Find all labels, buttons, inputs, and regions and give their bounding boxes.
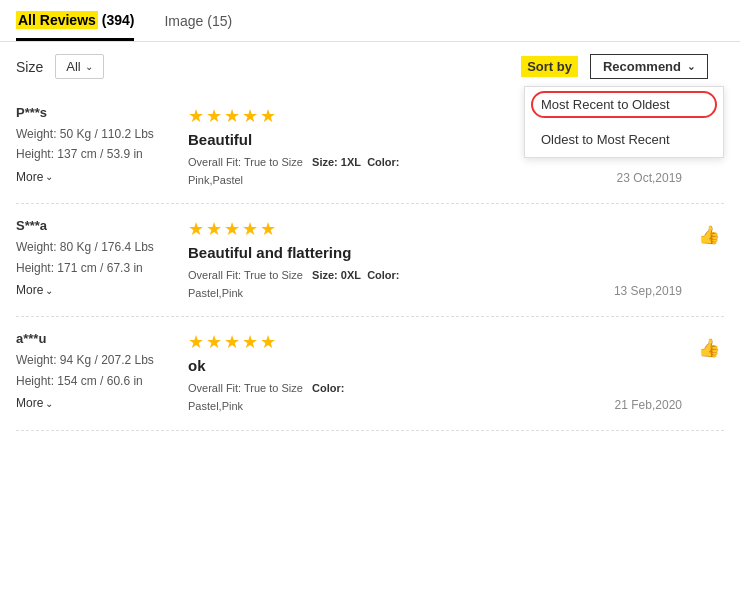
- sort-dropdown-button[interactable]: Recommend ⌄: [590, 54, 708, 79]
- reviewer-height: Height: 137 cm / 53.9 in: [16, 144, 176, 164]
- tabs-row: All Reviews (394) Image (15): [0, 0, 740, 42]
- review-date: 23 Oct,2019: [617, 171, 682, 189]
- reviewer-details: Weight: 50 Kg / 110.2 Lbs Height: 137 cm…: [16, 124, 176, 187]
- size-select[interactable]: All ⌄: [55, 54, 103, 79]
- star-icon: ★: [188, 218, 204, 240]
- sort-option-most-recent-label: Most Recent to Oldest: [541, 97, 670, 112]
- sort-option-oldest[interactable]: Oldest to Most Recent: [525, 122, 723, 157]
- star-icon: ★: [242, 218, 258, 240]
- chevron-down-icon: ⌄: [45, 395, 53, 412]
- review-size-label: Size: 0XL: [312, 269, 361, 281]
- filter-row: Size All ⌄ Sort by Recommend ⌄ Most Rece…: [0, 42, 740, 91]
- star-icon: ★: [206, 331, 222, 353]
- more-button[interactable]: More ⌄: [16, 280, 53, 300]
- more-button[interactable]: More ⌄: [16, 393, 53, 413]
- reviewer-height: Height: 154 cm / 60.6 in: [16, 371, 176, 391]
- more-button[interactable]: More ⌄: [16, 167, 53, 187]
- review-meta: Overall Fit: True to Size Size: 1XL Colo…: [188, 154, 605, 189]
- star-icon: ★: [224, 105, 240, 127]
- review-date: 21 Feb,2020: [615, 398, 682, 416]
- tab-image-reviews[interactable]: Image (15): [164, 13, 232, 41]
- size-value: All: [66, 59, 80, 74]
- more-label: More: [16, 167, 43, 187]
- reviewer-weight: Weight: 50 Kg / 110.2 Lbs: [16, 124, 176, 144]
- review-fit: Overall Fit: True to Size: [188, 382, 303, 394]
- review-color-label: Color:: [312, 382, 344, 394]
- review-fit: Overall Fit: True to Size: [188, 269, 303, 281]
- reviewer-info: P***s Weight: 50 Kg / 110.2 Lbs Height: …: [16, 105, 176, 189]
- reviewer-name: a***u: [16, 331, 176, 346]
- chevron-down-icon: ⌄: [85, 61, 93, 72]
- sort-dropdown-menu: Most Recent to Oldest Oldest to Most Rec…: [524, 86, 724, 158]
- review-color-value: Pink,Pastel: [188, 174, 243, 186]
- reviewer-name: S***a: [16, 218, 176, 233]
- star-icon: ★: [206, 218, 222, 240]
- review-fit: Overall Fit: True to Size: [188, 156, 303, 168]
- review-title: ok: [188, 357, 603, 374]
- reviewer-details: Weight: 94 Kg / 207.2 Lbs Height: 154 cm…: [16, 350, 176, 413]
- star-icon: ★: [188, 331, 204, 353]
- more-label: More: [16, 393, 43, 413]
- reviewer-name: P***s: [16, 105, 176, 120]
- sort-by-label: Sort by: [521, 56, 578, 77]
- review-item: S***a Weight: 80 Kg / 176.4 Lbs Height: …: [16, 204, 724, 317]
- review-content: ★ ★ ★ ★ ★ Beautiful and flattering Overa…: [188, 218, 602, 302]
- star-icon: ★: [206, 105, 222, 127]
- review-title: Beautiful and flattering: [188, 244, 602, 261]
- star-icon: ★: [224, 218, 240, 240]
- tab-image-count: (15): [207, 13, 232, 29]
- tab-all-reviews-label: All Reviews: [16, 11, 98, 29]
- review-meta: Overall Fit: True to Size Size: 0XL Colo…: [188, 267, 602, 302]
- reviewer-height: Height: 171 cm / 67.3 in: [16, 258, 176, 278]
- chevron-down-icon: ⌄: [45, 168, 53, 185]
- review-meta: Overall Fit: True to Size Color: Pastel,…: [188, 380, 603, 415]
- review-size-label: Size: 1XL: [312, 156, 361, 168]
- like-button[interactable]: 👍: [694, 218, 724, 250]
- review-color-label: Color:: [367, 269, 399, 281]
- chevron-down-icon: ⌄: [45, 282, 53, 299]
- star-icon: ★: [242, 331, 258, 353]
- reviewer-weight: Weight: 80 Kg / 176.4 Lbs: [16, 237, 176, 257]
- star-icon: ★: [260, 331, 276, 353]
- tab-all-reviews[interactable]: All Reviews (394): [16, 12, 134, 41]
- tab-image-label: Image: [164, 13, 203, 29]
- star-icon: ★: [188, 105, 204, 127]
- reviewer-info: a***u Weight: 94 Kg / 207.2 Lbs Height: …: [16, 331, 176, 415]
- like-button[interactable]: 👍: [694, 331, 724, 363]
- review-color-value: Pastel,Pink: [188, 287, 243, 299]
- star-icon: ★: [242, 105, 258, 127]
- reviewer-weight: Weight: 94 Kg / 207.2 Lbs: [16, 350, 176, 370]
- size-label: Size: [16, 59, 43, 75]
- reviewer-info: S***a Weight: 80 Kg / 176.4 Lbs Height: …: [16, 218, 176, 302]
- star-icon: ★: [260, 105, 276, 127]
- star-icon: ★: [260, 218, 276, 240]
- more-label: More: [16, 280, 43, 300]
- tab-all-reviews-count: (394): [102, 12, 135, 28]
- star-rating: ★ ★ ★ ★ ★: [188, 331, 603, 353]
- review-date: 13 Sep,2019: [614, 284, 682, 302]
- star-rating: ★ ★ ★ ★ ★: [188, 218, 602, 240]
- review-color-label: Color:: [367, 156, 399, 168]
- star-icon: ★: [224, 331, 240, 353]
- review-content: ★ ★ ★ ★ ★ ok Overall Fit: True to Size C…: [188, 331, 603, 415]
- review-item: a***u Weight: 94 Kg / 207.2 Lbs Height: …: [16, 317, 724, 430]
- reviewer-details: Weight: 80 Kg / 176.4 Lbs Height: 171 cm…: [16, 237, 176, 300]
- sort-option-most-recent[interactable]: Most Recent to Oldest: [525, 87, 723, 122]
- chevron-down-icon: ⌄: [687, 61, 695, 72]
- sort-button-label: Recommend: [603, 59, 681, 74]
- sort-option-oldest-label: Oldest to Most Recent: [541, 132, 670, 147]
- review-color-value: Pastel,Pink: [188, 400, 243, 412]
